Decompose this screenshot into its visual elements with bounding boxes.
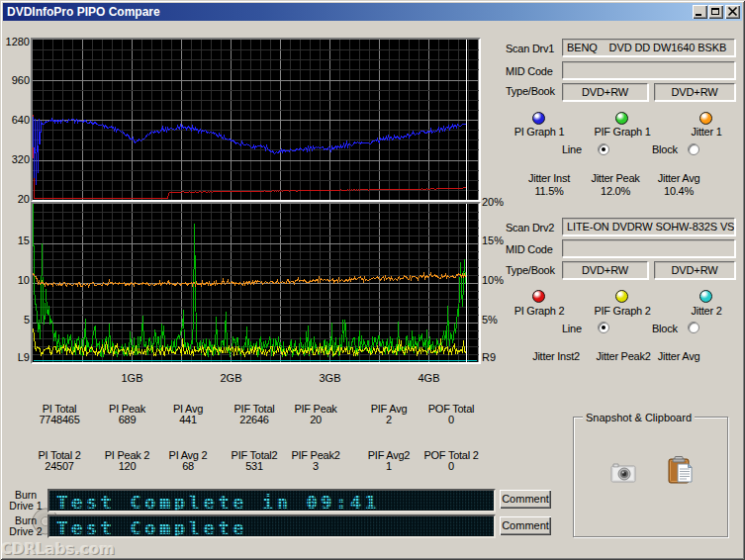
maximize-icon: [711, 8, 719, 15]
jitter-stat-label-2-2: Jitter Avg: [658, 350, 700, 362]
pi-graph-1-label: PI Graph 1: [514, 126, 565, 138]
x-tick-2GB: 2GB: [212, 372, 251, 384]
stat-value-pi-peak-2: 120: [119, 460, 137, 472]
x-tick-1GB: 1GB: [113, 372, 152, 384]
icon-shape: [689, 464, 693, 468]
icon-shape: [613, 464, 618, 467]
stat-value-pif-total: 22646: [239, 414, 268, 425]
pi-graph-2-led: [532, 290, 545, 303]
stat-value-pof-total: 0: [448, 414, 454, 425]
line-radio-dot-1: [602, 147, 605, 151]
pif-graph-1-led: [615, 112, 628, 125]
jitter-stat-value-1-2: 10.4%: [664, 185, 694, 197]
app-window: DVDInfoPro PIPO Compare 1280960640320201…: [0, 0, 745, 560]
mid-code1-label: MID Code: [506, 65, 553, 77]
jitter-stat-label-2-1: Jitter Peak2: [596, 350, 650, 362]
window-title: DVDInfoPro PIPO Compare: [3, 5, 160, 19]
jitter-stat-label-1-2: Jitter Avg: [658, 172, 700, 184]
burn-drive-2-display: Test Complete: [47, 514, 496, 538]
jitter-y-tick-R9: R9: [482, 351, 496, 363]
close-button[interactable]: [725, 5, 740, 19]
series-pi-graph-1: [34, 118, 467, 185]
scan-drv2-label: Scan Drv2: [506, 222, 554, 233]
close-icon: [725, 5, 740, 19]
minimize-button[interactable]: [693, 5, 707, 19]
line-radio-2[interactable]: [598, 322, 609, 333]
type-book1-value-1[interactable]: DVD+RW: [562, 83, 648, 101]
x-tick-4GB: 4GB: [410, 372, 449, 384]
jitter-y-tick-10%: 10%: [482, 274, 504, 286]
icon-shape: [673, 459, 685, 462]
maximize-button[interactable]: [708, 5, 723, 19]
jitter-stat-label-1-0: Jitter Inst: [528, 172, 570, 184]
type-book2-label: Type/Book: [506, 264, 555, 276]
stat-value-pof-total-2: 0: [448, 460, 454, 472]
jitter-2-label: Jitter 2: [691, 305, 721, 317]
block-radio-1[interactable]: [688, 143, 699, 155]
mid-code1-value[interactable]: [562, 61, 735, 79]
clipboard-icon[interactable]: [666, 455, 694, 485]
stat-value-pi-peak: 689: [119, 414, 137, 425]
burn-label-line2: Drive 2: [3, 526, 48, 537]
pif-y-tick-10: 10: [3, 274, 30, 286]
type-book2-value-2[interactable]: DVD+RW: [654, 261, 735, 279]
watermark: CDRLabs.com: [1, 540, 115, 558]
icon-shape: [622, 472, 624, 474]
minimize-icon: [696, 14, 701, 16]
burn-label-line2: Drive 1: [3, 501, 48, 512]
stat-value-pi-total: 7748465: [39, 414, 79, 425]
stat-value-pif-avg: 2: [386, 414, 392, 425]
scan-drv2-value[interactable]: LITE-ON DVDRW SOHW-832S VS0B: [562, 218, 735, 235]
jitter-1-led: [699, 112, 712, 125]
pi-y-tick-1280: 1280: [3, 36, 30, 47]
titlebar[interactable]: DVDInfoPro PIPO Compare: [3, 3, 742, 21]
line-label-2: Line: [562, 323, 582, 334]
icon-shape: [729, 8, 737, 16]
block-label-2: Block: [652, 323, 678, 334]
stat-value-pi-avg: 441: [179, 414, 197, 425]
pif-jitter-graph-plot: [33, 204, 479, 362]
x-tick-3GB: 3GB: [311, 372, 350, 384]
block-radio-2[interactable]: [688, 322, 699, 333]
block-label-1: Block: [652, 143, 678, 155]
type-book1-label: Type/Book: [506, 85, 555, 97]
burn-drive-1-display: Test Complete in 09:41: [47, 489, 496, 513]
line-radio-1[interactable]: [598, 143, 609, 155]
pi-y-tick-320: 320: [3, 153, 30, 165]
led-dot-mask: [49, 491, 494, 511]
line-radio-dot-2: [602, 326, 605, 329]
pi-y-tick-20: 20: [3, 193, 30, 205]
comment-button-1[interactable]: Comment: [500, 490, 551, 509]
jitter-1-label: Jitter 1: [691, 126, 721, 138]
stat-value-pif-avg2: 1: [386, 460, 392, 472]
stat-value-pif-peak2: 3: [313, 460, 319, 472]
camera-icon[interactable]: [609, 460, 637, 484]
stat-value-pif-total2: 531: [245, 460, 263, 472]
pif-graph-2-led: [615, 290, 628, 303]
type-book1-value-2[interactable]: DVD+RW: [654, 83, 735, 101]
jitter-stat-value-1-0: 11.5%: [534, 185, 563, 197]
line-label-1: Line: [562, 143, 582, 155]
pif-y-tick-15: 15: [3, 234, 30, 246]
led-dot-mask: [49, 516, 494, 536]
mid-code2-label: MID Code: [506, 243, 553, 255]
pi-graph-1-led: [532, 112, 545, 125]
pi-y-tick-640: 640: [3, 114, 30, 126]
jitter-y-tick-15%: 15%: [482, 234, 504, 246]
jitter-y-tick-5%: 5%: [482, 314, 498, 326]
window-buttons: [692, 5, 740, 19]
pif-y-tick-L9: L9: [3, 351, 30, 363]
comment-button-2[interactable]: Comment: [500, 516, 551, 535]
scan-drv1-value[interactable]: BENQ DVD DD DW1640 BSKB: [562, 39, 735, 56]
scan-drv1-label: Scan Drv1: [506, 43, 554, 54]
pi-graph-2-label: PI Graph 2: [514, 305, 565, 317]
client-area: 12809606403202015105L920%15%10%5%R91GB2G…: [3, 21, 742, 557]
series-pi-graph-2: [34, 116, 467, 199]
pif-graph-1-label: PIF Graph 1: [594, 126, 650, 138]
jitter-stat-value-1-1: 12.0%: [601, 185, 630, 197]
type-book2-value-1[interactable]: DVD+RW: [562, 261, 648, 279]
jitter-y-tick-20%: 20%: [482, 196, 504, 208]
burn-drive-2-label: BurnDrive 2: [3, 515, 48, 537]
mid-code2-value[interactable]: [562, 239, 735, 257]
series-pif-graph-2: [34, 329, 467, 356]
